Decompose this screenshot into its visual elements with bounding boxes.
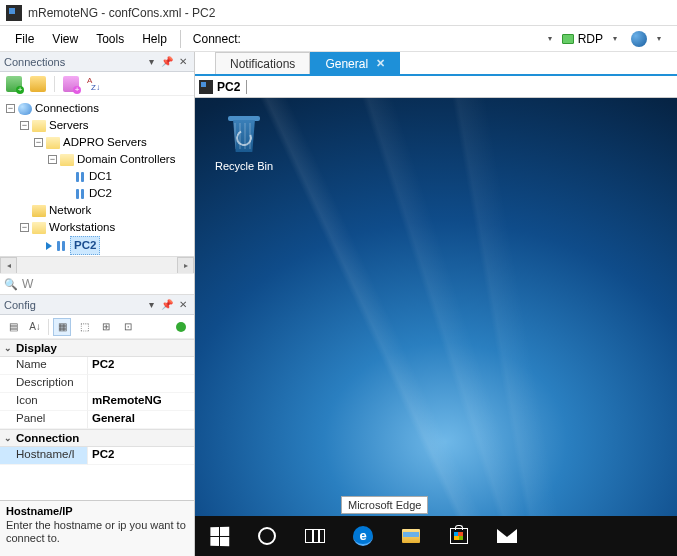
store-icon (450, 528, 468, 544)
mail-icon (497, 529, 517, 543)
app-icon (199, 80, 213, 94)
config-panel-title: Config (4, 299, 142, 311)
panel-close-button[interactable]: ✕ (176, 55, 190, 69)
expand-toggle[interactable]: − (6, 104, 15, 113)
app-icon (6, 5, 22, 21)
config-toolbar: ▤ A↓ ▦ ⬚ ⊞ ⊡ (0, 315, 194, 339)
text-cursor (246, 80, 247, 94)
taskview-button[interactable] (291, 516, 339, 556)
menubar: File View Tools Help Connect: ▾ RDP ▾ ▾ (0, 26, 677, 52)
external-tools-button[interactable]: ▾ (627, 31, 671, 47)
panel-pin-button[interactable]: 📌 (160, 298, 174, 312)
tree-root[interactable]: − Connections (4, 100, 192, 117)
taskbar-mail[interactable] (483, 516, 531, 556)
expand-toggle[interactable]: − (48, 155, 57, 164)
panel-menu-button[interactable]: ▾ (144, 298, 158, 312)
menu-separator (180, 30, 181, 48)
recycle-bin-icon (225, 112, 263, 156)
new-connection-button[interactable] (6, 76, 22, 92)
sort-button[interactable] (87, 76, 103, 92)
protocol-label: RDP (578, 32, 603, 46)
windows-logo-icon (210, 526, 229, 546)
tree-search: 🔍 (0, 273, 194, 295)
panel-pin-button[interactable]: 📌 (160, 55, 174, 69)
protocol-selector[interactable]: RDP ▾ (558, 32, 627, 46)
property-help: Hostname/IP Enter the hostname or ip you… (0, 500, 194, 556)
tree-hscrollbar[interactable]: ◂ ▸ (0, 256, 194, 273)
search-icon: 🔍 (4, 278, 18, 291)
chevron-down-icon: ⌄ (4, 433, 12, 443)
category-connection[interactable]: ⌄ Connection (0, 429, 194, 447)
connections-panel-header: Connections ▾ 📌 ✕ (0, 52, 194, 72)
prop-panel[interactable]: Panel General (0, 411, 194, 429)
tree-folder-network[interactable]: Network (18, 202, 192, 219)
categorized-button[interactable]: ▤ (4, 318, 22, 336)
connections-toolbar (0, 72, 194, 96)
panel-menu-button[interactable]: ▾ (144, 55, 158, 69)
help-description: Enter the hostname or ip you want to con… (6, 519, 188, 545)
tree-conn-dc2[interactable]: DC2 (60, 185, 192, 202)
connection-name: PC2 (217, 80, 240, 94)
folder-icon (32, 222, 46, 234)
connection-icon (74, 171, 86, 183)
expand-toggle[interactable]: − (20, 223, 29, 232)
tab-notifications[interactable]: Notifications (215, 52, 310, 74)
prop-description[interactable]: Description (0, 375, 194, 393)
connection-address-bar: PC2 (195, 76, 677, 98)
remote-taskbar[interactable]: e (195, 516, 677, 556)
folder-icon (32, 205, 46, 217)
scroll-right-button[interactable]: ▸ (177, 257, 194, 274)
prop-name[interactable]: Name PC2 (0, 357, 194, 375)
connect-label: Connect: (185, 32, 245, 46)
desktop-icon-recyclebin[interactable]: Recycle Bin (209, 112, 279, 172)
properties-button[interactable]: ▦ (53, 318, 71, 336)
alphabetical-button[interactable]: A↓ (26, 318, 44, 336)
connect-button[interactable] (63, 76, 79, 92)
connection-icon (55, 240, 67, 252)
menu-tools[interactable]: Tools (87, 32, 133, 46)
taskbar-explorer[interactable] (387, 516, 435, 556)
property-grid[interactable]: ⌄ Display Name PC2 Description Icon mRem… (0, 339, 194, 500)
new-folder-button[interactable] (30, 76, 46, 92)
taskbar-edge[interactable]: e (339, 516, 387, 556)
inheritance-button[interactable]: ⬚ (75, 318, 93, 336)
menu-file[interactable]: File (6, 32, 43, 46)
tree-conn-pc2[interactable]: PC2 (32, 236, 192, 255)
expand-toggle[interactable]: − (20, 121, 29, 130)
tab-general[interactable]: General ✕ (310, 52, 400, 74)
folder-icon (46, 137, 60, 149)
prop-hostname[interactable]: Hostname/I PC2 (0, 447, 194, 465)
cortana-icon (258, 527, 276, 545)
taskview-icon (305, 529, 325, 543)
scroll-left-button[interactable]: ◂ (0, 257, 17, 274)
tree-folder-workstations[interactable]: − Workstations (18, 219, 192, 236)
default-props-button[interactable]: ⊞ (97, 318, 115, 336)
connections-tree[interactable]: − Connections − Servers (0, 96, 194, 256)
quickconnect-history-dropdown[interactable]: ▾ (542, 34, 558, 43)
rdp-icon (562, 34, 574, 44)
tree-folder-adpro[interactable]: − ADPRO Servers (32, 134, 192, 151)
tree-root-label: Connections (35, 100, 99, 117)
remote-desktop[interactable]: Recycle Bin Microsoft Edge e (195, 98, 677, 556)
tree-folder-servers[interactable]: − Servers (18, 117, 192, 134)
menu-help[interactable]: Help (133, 32, 176, 46)
menu-view[interactable]: View (43, 32, 87, 46)
tree-conn-dc1[interactable]: DC1 (60, 168, 192, 185)
connection-icon (74, 188, 86, 200)
panel-close-button[interactable]: ✕ (176, 298, 190, 312)
default-inherit-button[interactable]: ⊡ (119, 318, 137, 336)
connection-status-icon (176, 322, 186, 332)
expand-toggle[interactable]: − (34, 138, 43, 147)
folder-icon (60, 154, 74, 166)
taskbar-store[interactable] (435, 516, 483, 556)
search-input[interactable] (22, 277, 190, 291)
chevron-down-icon: ⌄ (4, 343, 12, 353)
tab-close-button[interactable]: ✕ (376, 57, 385, 70)
start-button[interactable] (195, 516, 243, 556)
category-display[interactable]: ⌄ Display (0, 339, 194, 357)
file-explorer-icon (402, 529, 420, 543)
tree-folder-dc[interactable]: − Domain Controllers (46, 151, 192, 168)
folder-icon (32, 120, 46, 132)
cortana-button[interactable] (243, 516, 291, 556)
prop-icon[interactable]: Icon mRemoteNG (0, 393, 194, 411)
